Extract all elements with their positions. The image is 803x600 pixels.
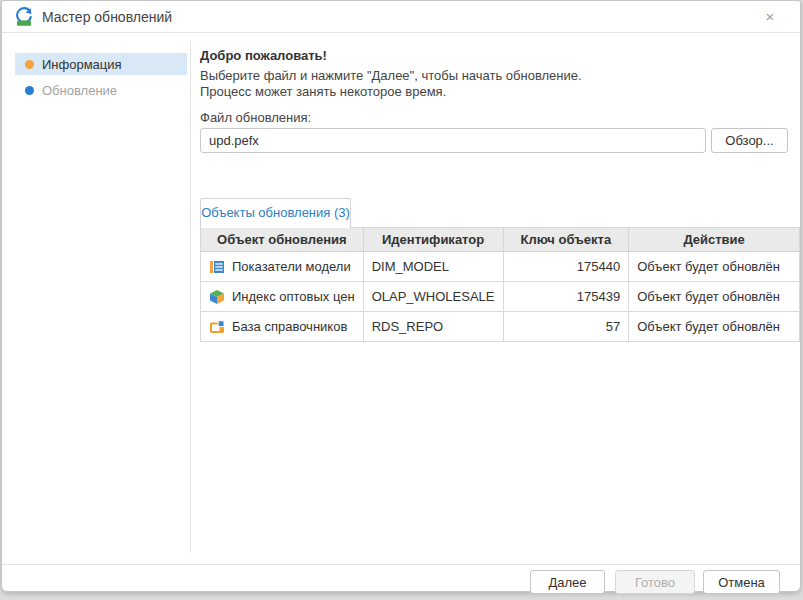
table-row[interactable]: База справочников RDS_REPO 57 Объект буд… [201, 312, 800, 342]
update-wizard-dialog: Мастер обновлений × Информация Обновлени… [1, 0, 801, 592]
welcome-instruction-line2: Процесс может занять некоторое время. [200, 84, 446, 99]
browse-button[interactable]: Обзор... [711, 128, 788, 153]
object-key: 57 [503, 312, 629, 342]
object-identifier: OLAP_WHOLESALE [363, 282, 503, 312]
column-header-identifier: Идентификатор [363, 228, 503, 252]
next-button[interactable]: Далее [530, 570, 605, 594]
step-blue-dot-icon [25, 86, 34, 95]
object-name: Показатели модели [232, 259, 351, 274]
object-key: 175440 [503, 252, 629, 282]
model-dimension-icon [209, 259, 225, 275]
step-orange-dot-icon [25, 60, 34, 69]
finish-button[interactable]: Готово [615, 570, 695, 594]
sidebar-step-information[interactable]: Информация [15, 53, 187, 75]
welcome-heading: Добро пожаловать! [200, 48, 327, 63]
table-row[interactable]: Индекс оптовых цен OLAP_WHOLESALE 175439… [201, 282, 800, 312]
sidebar-step-label: Информация [42, 57, 122, 72]
table-row[interactable]: Показатели модели DIM_MODEL 175440 Объек… [201, 252, 800, 282]
update-wizard-icon [14, 7, 34, 27]
olap-cube-icon [209, 289, 225, 305]
close-icon[interactable]: × [760, 7, 780, 27]
column-header-key: Ключ объекта [503, 228, 629, 252]
object-identifier: RDS_REPO [363, 312, 503, 342]
table-header-row: Объект обновления Идентификатор Ключ объ… [201, 228, 800, 252]
sidebar-step-label: Обновление [42, 83, 117, 98]
object-action: Объект будет обновлён [629, 252, 800, 282]
footer-divider [2, 564, 800, 565]
file-field-label: Файл обновления: [200, 110, 311, 125]
column-header-action: Действие [629, 228, 800, 252]
object-identifier: DIM_MODEL [363, 252, 503, 282]
object-action: Объект будет обновлён [629, 282, 800, 312]
object-name: Индекс оптовых цен [232, 289, 355, 304]
repository-icon [209, 319, 225, 335]
object-action: Объект будет обновлён [629, 312, 800, 342]
welcome-instruction-line1: Выберите файл и нажмите "Далее", чтобы н… [200, 68, 582, 83]
object-name: База справочников [232, 319, 347, 334]
column-header-object: Объект обновления [201, 228, 364, 252]
cancel-button[interactable]: Отмена [703, 570, 780, 594]
update-file-input[interactable] [200, 128, 706, 153]
sidebar-step-update[interactable]: Обновление [15, 79, 187, 101]
update-objects-table: Объект обновления Идентификатор Ключ объ… [200, 227, 800, 342]
object-key: 175439 [503, 282, 629, 312]
sidebar-divider [190, 41, 191, 553]
tab-update-objects[interactable]: Объекты обновления (3) [200, 198, 351, 228]
title-bar: Мастер обновлений [2, 1, 800, 33]
dialog-title: Мастер обновлений [42, 9, 172, 25]
